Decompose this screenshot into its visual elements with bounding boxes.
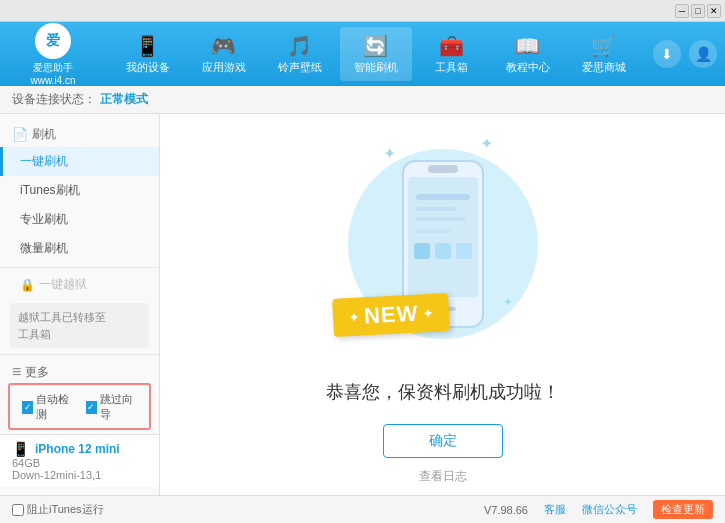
flash-section-label: 刷机 <box>32 126 56 143</box>
top-nav: 爱 爱思助手 www.i4.cn 📱 我的设备 🎮 应用游戏 🎵 铃声壁纸 🔄 … <box>0 22 725 86</box>
one-click-flash-label: 一键刷机 <box>20 154 68 168</box>
jailbreak-section: 🔒 一键越狱 <box>0 272 159 297</box>
sidebar-item-one-click-flash[interactable]: 一键刷机 <box>0 147 159 176</box>
store-label: 爱思商城 <box>582 60 626 75</box>
status-value: 正常模式 <box>100 91 148 108</box>
device-storage: 64GB <box>12 457 147 469</box>
pro-flash-label: 专业刷机 <box>20 212 68 226</box>
svg-rect-6 <box>416 217 466 221</box>
sidebar: 📄 刷机 一键刷机 iTunes刷机 专业刷机 微量刷机 <box>0 114 160 495</box>
device-icon: 📱 <box>12 441 29 457</box>
sidebar-divider-2 <box>0 354 159 355</box>
logo-text: 爱思助手 <box>33 61 73 75</box>
stop-itunes-checkbox[interactable] <box>12 504 24 516</box>
tutorials-icon: 📖 <box>515 34 540 58</box>
apps-games-icon: 🎮 <box>211 34 236 58</box>
apps-games-label: 应用游戏 <box>202 60 246 75</box>
svg-rect-4 <box>416 194 470 200</box>
micro-flash-label: 微量刷机 <box>20 241 68 255</box>
user-button[interactable]: 👤 <box>689 40 717 68</box>
sparkle-3: ✦ <box>503 295 513 309</box>
main-area: 📄 刷机 一键刷机 iTunes刷机 专业刷机 微量刷机 <box>0 114 725 495</box>
svg-rect-9 <box>435 243 451 259</box>
my-device-label: 我的设备 <box>126 60 170 75</box>
smart-flash-icon: 🔄 <box>363 34 388 58</box>
new-badge: NEW <box>332 293 450 337</box>
nav-my-device[interactable]: 📱 我的设备 <box>112 27 184 81</box>
device-info-panel: 📱 iPhone 12 mini 64GB Down-12mini-13,1 <box>0 434 159 487</box>
content-area: ✦ ✦ ✦ <box>160 114 725 495</box>
bottom-bar: 阻止iTunes运行 V7.98.66 客服 微信公众号 检查更新 <box>0 495 725 523</box>
bottom-left: 阻止iTunes运行 <box>12 502 104 517</box>
flash-section-header[interactable]: 📄 刷机 <box>0 122 159 147</box>
sidebar-content: 📄 刷机 一键刷机 iTunes刷机 专业刷机 微量刷机 <box>0 122 159 487</box>
again-link[interactable]: 查看日志 <box>419 468 467 485</box>
logo-area: 爱 爱思助手 www.i4.cn <box>8 23 98 86</box>
my-device-icon: 📱 <box>135 34 160 58</box>
store-icon: 🛒 <box>591 34 616 58</box>
more-section-header[interactable]: ≡ 更多 <box>0 359 159 379</box>
close-button[interactable]: ✕ <box>707 4 721 18</box>
svg-rect-5 <box>416 207 456 211</box>
nav-toolbox[interactable]: 🧰 工具箱 <box>416 27 488 81</box>
sidebar-item-micro-flash[interactable]: 微量刷机 <box>0 234 159 263</box>
skip-wizard-checkbox[interactable] <box>86 401 97 414</box>
sidebar-scroll: 📄 刷机 一键刷机 iTunes刷机 专业刷机 微量刷机 <box>0 122 159 379</box>
svg-rect-10 <box>456 243 472 259</box>
download-button[interactable]: ⬇ <box>653 40 681 68</box>
stop-itunes-label[interactable]: 阻止iTunes运行 <box>12 502 104 517</box>
phone-illustration: ✦ ✦ ✦ <box>343 124 543 364</box>
sidebar-divider-1 <box>0 267 159 268</box>
title-bar: ─ □ ✕ <box>0 0 725 22</box>
more-section-label: 更多 <box>25 364 49 380</box>
bottom-right: V7.98.66 客服 微信公众号 检查更新 <box>484 500 713 519</box>
nav-items: 📱 我的设备 🎮 应用游戏 🎵 铃声壁纸 🔄 智能刷机 🧰 工具箱 📖 教程中心… <box>98 27 653 81</box>
skip-wizard-checkbox-label[interactable]: 跳过向导 <box>86 392 138 422</box>
auto-connect-label: 自动检测 <box>36 392 73 422</box>
svg-rect-8 <box>414 243 430 259</box>
maximize-button[interactable]: □ <box>691 4 705 18</box>
lock-icon: 🔒 <box>20 278 35 292</box>
confirm-button[interactable]: 确定 <box>383 424 503 458</box>
checkbox-row: 自动检测 跳过向导 <box>10 385 149 428</box>
device-system: Down-12mini-13,1 <box>12 469 147 481</box>
status-bar: 设备连接状态： 正常模式 <box>0 86 725 114</box>
nav-store[interactable]: 🛒 爱思商城 <box>568 27 640 81</box>
auto-connect-checkbox[interactable] <box>22 401 33 414</box>
wechat-link[interactable]: 微信公众号 <box>582 502 637 517</box>
check-update-button[interactable]: 检查更新 <box>653 500 713 519</box>
nav-tutorials[interactable]: 📖 教程中心 <box>492 27 564 81</box>
version-text: V7.98.66 <box>484 504 528 516</box>
ringtones-label: 铃声壁纸 <box>278 60 322 75</box>
status-label: 设备连接状态： <box>12 91 96 108</box>
nav-smart-flash[interactable]: 🔄 智能刷机 <box>340 27 412 81</box>
auto-connect-checkbox-label[interactable]: 自动检测 <box>22 392 74 422</box>
jailbreak-info-box: 越狱工具已转移至 工具箱 <box>10 303 149 348</box>
toolbox-label: 工具箱 <box>435 60 468 75</box>
sidebar-item-pro-flash[interactable]: 专业刷机 <box>0 205 159 234</box>
logo-subtext: www.i4.cn <box>30 75 75 86</box>
jailbreak-info-line1: 越狱工具已转移至 <box>18 311 106 323</box>
stop-itunes-text: 阻止iTunes运行 <box>27 502 104 517</box>
svg-rect-7 <box>416 229 451 233</box>
success-title: 恭喜您，保资料刷机成功啦！ <box>326 380 560 404</box>
sparkle-1: ✦ <box>383 144 396 163</box>
skip-wizard-label: 跳过向导 <box>100 392 137 422</box>
toolbox-icon: 🧰 <box>439 34 464 58</box>
sidebar-item-itunes-flash[interactable]: iTunes刷机 <box>0 176 159 205</box>
svg-rect-3 <box>428 165 458 173</box>
itunes-flash-label: iTunes刷机 <box>20 183 80 197</box>
jailbreak-info-line2: 工具箱 <box>18 328 51 340</box>
smart-flash-label: 智能刷机 <box>354 60 398 75</box>
tutorials-label: 教程中心 <box>506 60 550 75</box>
customer-service-link[interactable]: 客服 <box>544 502 566 517</box>
logo-icon: 爱 <box>35 23 71 59</box>
nav-right-buttons: ⬇ 👤 <box>653 40 717 68</box>
nav-apps-games[interactable]: 🎮 应用游戏 <box>188 27 260 81</box>
sparkle-2: ✦ <box>480 134 493 153</box>
minimize-button[interactable]: ─ <box>675 4 689 18</box>
flash-section-icon: 📄 <box>12 127 28 142</box>
more-section-icon: ≡ <box>12 363 21 379</box>
device-name: iPhone 12 mini <box>35 442 120 456</box>
nav-ringtones[interactable]: 🎵 铃声壁纸 <box>264 27 336 81</box>
